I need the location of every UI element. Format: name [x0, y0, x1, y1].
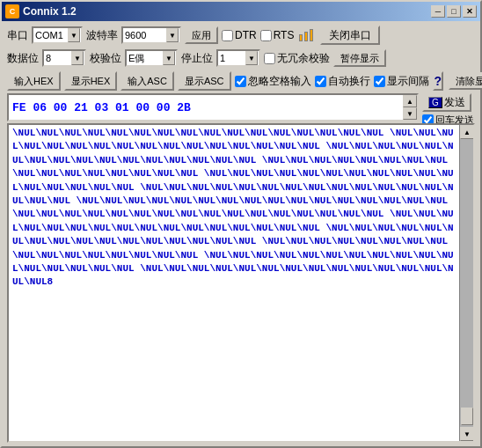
row-port-baud: 串口 COM1COM2COM3COM4 ▼ 波特率 12002400480096… — [7, 25, 475, 46]
title-bar-buttons: ─ □ ✕ — [431, 5, 477, 18]
input-asc-button[interactable]: 输入ASC — [120, 71, 174, 91]
baud-combo-arrow: ▼ — [166, 28, 179, 42]
app-icon-text: C — [10, 7, 16, 16]
hex-scroll-up[interactable]: ▲ — [403, 95, 417, 107]
auto-newline-container: 自动换行 — [315, 74, 370, 89]
port-label: 串口 — [7, 28, 28, 43]
output-scroll-track — [460, 139, 473, 427]
no-extra-check-checkbox[interactable] — [264, 53, 275, 64]
ignore-space-label: 忽略空格输入 — [248, 74, 311, 89]
window-content: 串口 COM1COM2COM3COM4 ▼ 波特率 12002400480096… — [2, 21, 480, 446]
show-hex-button[interactable]: 显示HEX — [64, 71, 118, 91]
main-window: C Connix 1.2 ─ □ ✕ 串口 COM1COM2COM3COM4 ▼… — [0, 0, 482, 448]
rts-label: RTS — [274, 29, 295, 41]
window-close-button[interactable]: ✕ — [463, 5, 477, 18]
ignore-space-checkbox[interactable] — [235, 76, 246, 87]
dtr-checkbox[interactable] — [222, 30, 233, 41]
send-label: 发送 — [444, 95, 465, 110]
output-area-container: \NUL\NUL\NUL\NUL\NUL\NUL\NUL\NUL\NUL\NUL… — [7, 123, 475, 443]
maximize-button[interactable]: □ — [447, 5, 461, 18]
databits-label: 数据位 — [7, 51, 39, 66]
window-title: Connix 1.2 — [23, 5, 431, 18]
dtr-label: DTR — [235, 29, 257, 41]
pause-display-button[interactable]: 暂停显示 — [333, 49, 386, 67]
show-interval-checkbox[interactable] — [374, 76, 385, 87]
minimize-button[interactable]: ─ — [431, 5, 445, 18]
row-databits-parity: 数据位 5678 ▼ 校验位 无E偶O奇S空格M标记 ▼ 停止位 11.52 ▼ — [7, 48, 475, 69]
parity-combo[interactable]: 无E偶O奇S空格M标记 ▼ — [125, 49, 178, 67]
output-scroll-down[interactable]: ▼ — [460, 427, 474, 441]
show-asc-button[interactable]: 显示ASC — [178, 71, 231, 91]
clear-display-button[interactable]: 清除显示 — [449, 72, 482, 90]
port-combo[interactable]: COM1COM2COM3COM4 ▼ — [32, 26, 83, 44]
rts-checkbox[interactable] — [260, 30, 272, 41]
input-hex-button[interactable]: 输入HEX — [7, 71, 61, 91]
output-scrollbar: ▲ ▼ — [459, 125, 473, 441]
row-tools: 输入HEX 显示HEX 输入ASC 显示ASC 忽略空格输入 自动换行 显示间隔… — [7, 70, 475, 92]
ignore-space-container: 忽略空格输入 — [235, 74, 311, 89]
baud-label: 波特率 — [86, 28, 118, 43]
databits-combo[interactable]: 5678 ▼ — [42, 49, 86, 67]
send-key-hint: G — [428, 97, 442, 108]
hex-input[interactable]: FE 06 00 21 03 01 00 00 2B — [9, 101, 417, 114]
output-scroll-up[interactable]: ▲ — [460, 125, 474, 139]
dtr-container: DTR — [222, 29, 257, 41]
auto-newline-checkbox[interactable] — [315, 76, 326, 87]
network-icon — [297, 26, 317, 45]
no-extra-check-container: 无冗余校验 — [264, 51, 330, 66]
send-area: G 发送 回车发送 — [422, 93, 475, 121]
no-extra-check-label: 无冗余校验 — [277, 51, 330, 66]
output-area[interactable]: \NUL\NUL\NUL\NUL\NUL\NUL\NUL\NUL\NUL\NUL… — [9, 125, 459, 441]
close-port-button[interactable]: 关闭串口 — [320, 26, 380, 45]
databits-combo-arrow: ▼ — [71, 51, 84, 65]
title-bar: C Connix 1.2 ─ □ ✕ — [2, 2, 480, 21]
stopbits-label: 停止位 — [181, 51, 213, 66]
stopbits-combo[interactable]: 11.52 ▼ — [216, 49, 260, 67]
rts-container: RTS — [260, 29, 295, 41]
app-icon: C — [5, 4, 19, 18]
svg-rect-4 — [305, 33, 307, 40]
send-button[interactable]: G 发送 — [422, 93, 471, 112]
help-button[interactable]: ? — [433, 71, 444, 91]
auto-newline-label: 自动换行 — [328, 74, 370, 89]
apply-button[interactable]: 应用 — [185, 26, 218, 44]
hex-input-row: FE 06 00 21 03 01 00 00 2B ▲ ▼ G 发送 回车发送 — [7, 93, 475, 121]
hex-scroll-down[interactable]: ▼ — [403, 107, 417, 120]
baud-combo[interactable]: 1200240048009600192003840057600115200 ▼ — [121, 26, 181, 44]
parity-label: 校验位 — [90, 51, 121, 66]
svg-rect-3 — [300, 35, 302, 40]
output-scroll-thumb[interactable] — [461, 408, 473, 425]
hex-input-scrollbar: ▲ ▼ — [403, 95, 417, 120]
parity-combo-arrow: ▼ — [163, 51, 175, 65]
show-interval-label: 显示间隔 — [387, 74, 429, 89]
svg-rect-5 — [310, 30, 312, 40]
hex-input-wrapper: FE 06 00 21 03 01 00 00 2B ▲ ▼ — [7, 93, 419, 121]
stopbits-combo-arrow: ▼ — [245, 51, 258, 65]
port-combo-arrow: ▼ — [68, 28, 80, 42]
show-interval-container: 显示间隔 — [374, 74, 429, 89]
